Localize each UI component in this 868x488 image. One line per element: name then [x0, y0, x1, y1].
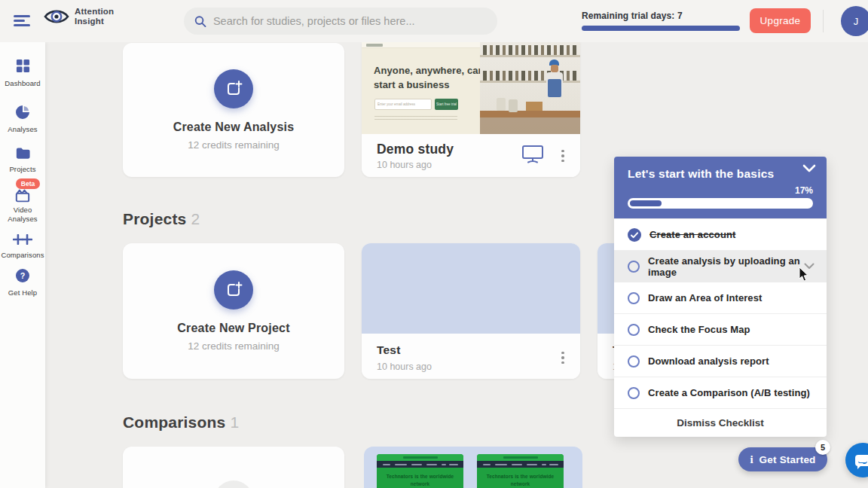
project-thumbnail — [362, 243, 580, 334]
notification-badge: 5 — [815, 440, 830, 455]
checklist-header: Let's start with the basics 17% — [614, 157, 827, 218]
create-project-button[interactable] — [214, 270, 253, 310]
info-icon: i — [750, 453, 753, 466]
create-new-project-card[interactable]: Create New Project 12 credits remaining — [123, 243, 344, 379]
checklist-item-draw-aoi[interactable]: Draw an Area of Interest — [614, 282, 827, 313]
study-title: Demo study — [377, 142, 454, 157]
study-options-menu[interactable] — [556, 146, 570, 166]
get-started-button[interactable]: i Get Started 5 — [738, 447, 827, 471]
unchecked-circle-icon — [628, 261, 640, 273]
create-new-analysis-card[interactable]: Create New Analysis 12 credits remaining — [123, 43, 344, 177]
comparison-thumb-a: Technators is the worldwide network that… — [377, 454, 463, 488]
sidebar-item-video-analyses[interactable]: Beta Video Analyses — [0, 175, 45, 224]
compare-icon — [13, 234, 32, 245]
demo-study-thumbnail: Anyone, anywhere, can start a business E… — [362, 41, 580, 134]
add-image-icon — [225, 80, 243, 98]
chat-icon — [855, 455, 868, 466]
credits-remaining-label: 12 credits remaining — [188, 139, 280, 151]
unchecked-circle-icon — [628, 387, 640, 399]
checklist-item-focus-map[interactable]: Check the Focus Map — [614, 313, 827, 345]
project-timestamp: 10 hours ago — [377, 361, 432, 372]
demo-study-footer: Demo study 10 hours ago — [362, 134, 580, 177]
study-timestamp: 10 hours ago — [377, 160, 432, 170]
create-analysis-title: Create New Analysis — [173, 120, 295, 134]
checked-circle-icon — [628, 228, 641, 242]
onboarding-checklist-panel: Let's start with the basics 17% Create a… — [614, 157, 827, 437]
comparison-card[interactable]: Technators is the worldwide network that… — [364, 447, 582, 488]
project-card-test[interactable]: Test 10 hours ago — [362, 243, 580, 379]
checklist-progress-fill — [630, 200, 662, 206]
trial-days-label: Remaining trial days: 7 — [582, 11, 740, 21]
eye-logo-icon — [44, 8, 69, 26]
thumb-cta-button: Start free trial — [435, 99, 458, 110]
comparisons-count: 1 — [230, 413, 239, 431]
user-avatar[interactable]: J — [841, 6, 868, 36]
project-title: Test — [377, 343, 401, 357]
mouse-cursor — [799, 267, 811, 282]
dismiss-checklist-button[interactable]: Dismiss Checklist — [614, 408, 827, 437]
folder-icon — [16, 147, 30, 159]
checklist-progress-track — [628, 198, 813, 209]
project-footer: Test 10 hours ago — [362, 336, 580, 379]
beta-badge: Beta — [16, 178, 40, 189]
create-project-title: Create New Project — [177, 322, 289, 335]
thumb-headline: Anyone, anywhere, can start a business — [374, 64, 493, 93]
help-icon: ? — [16, 269, 29, 282]
thumb-email-input: Enter your email address — [374, 99, 432, 110]
svg-text:?: ? — [20, 271, 26, 280]
sidebar-item-projects[interactable]: Projects — [0, 147, 45, 174]
sidebar-item-analyses[interactable]: Analyses — [0, 105, 45, 134]
checklist-item-create-account[interactable]: Create an account — [614, 218, 827, 250]
create-new-comparison-card[interactable] — [123, 447, 344, 488]
thumb-photo — [480, 41, 580, 134]
collapse-chevron-icon[interactable] — [802, 164, 816, 173]
topbar-divider — [823, 10, 824, 32]
global-search — [184, 8, 497, 35]
search-input[interactable] — [213, 15, 487, 27]
desktop-device-icon — [521, 145, 544, 164]
comparison-thumb-b: Technators is the worldwide network that… — [477, 454, 564, 488]
unchecked-circle-icon — [628, 324, 640, 336]
chat-widget-button[interactable] — [845, 443, 868, 477]
checklist-item-download-report[interactable]: Download analysis report — [614, 345, 827, 377]
projects-count: 2 — [191, 210, 200, 227]
menu-toggle-icon[interactable] — [14, 15, 30, 27]
create-analysis-button[interactable] — [214, 69, 253, 108]
sidebar: Dashboard Analyses Projects Beta Video A… — [0, 42, 45, 488]
top-bar: Attention Insight Remaining trial days: … — [0, 0, 868, 42]
sidebar-item-get-help[interactable]: ? Get Help — [0, 269, 45, 297]
sidebar-item-comparisons[interactable]: Comparisons — [0, 234, 45, 260]
add-image-icon — [225, 281, 243, 299]
sidebar-item-dashboard[interactable]: Dashboard — [0, 59, 45, 88]
upgrade-button[interactable]: Upgrade — [750, 8, 811, 33]
pie-chart-icon — [16, 105, 29, 119]
brand-logo[interactable]: Attention Insight — [44, 7, 114, 26]
dashboard-grid-icon — [16, 59, 30, 73]
project-options-menu[interactable] — [556, 348, 570, 368]
checklist-item-create-comparison[interactable]: Create a Comparison (A/B testing) — [614, 377, 827, 408]
brand-name: Attention Insight — [75, 7, 114, 26]
unchecked-circle-icon — [628, 355, 640, 368]
thumb-legal-text — [374, 116, 457, 121]
search-icon — [194, 15, 206, 28]
trial-status: Remaining trial days: 7 — [582, 11, 740, 31]
comparison-ghost-circle — [214, 480, 253, 488]
video-icon — [15, 189, 30, 203]
trial-progress-bar — [582, 26, 740, 31]
demo-study-card[interactable]: Anyone, anywhere, can start a business E… — [362, 41, 580, 177]
checklist-title: Let's start with the basics — [628, 167, 774, 181]
attention-insight-dashboard: { "topbar": { "brand_line1": "Attention"… — [0, 0, 868, 488]
projects-heading: Projects2 — [123, 210, 200, 228]
checklist-item-upload-image[interactable]: Create analysis by uploading an image — [614, 250, 827, 282]
credits-remaining-label: 12 credits remaining — [188, 340, 280, 352]
checklist-progress-percent: 17% — [795, 185, 813, 196]
unchecked-circle-icon — [628, 292, 640, 304]
comparisons-heading: Comparisons1 — [123, 413, 239, 432]
